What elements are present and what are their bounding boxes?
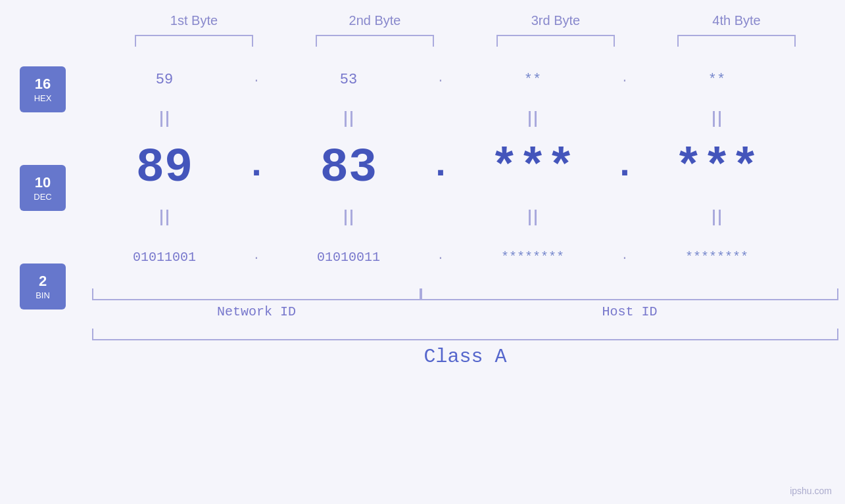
dec-b1-cell: 89: [92, 141, 237, 195]
pdiv2-3: [460, 204, 605, 231]
bin-b1-cell: 01011001: [92, 250, 237, 265]
class-bracket: [92, 329, 838, 340]
pl22: [345, 210, 352, 225]
dec-num: 10: [35, 174, 51, 191]
hex-b2-cell: 53: [276, 72, 421, 88]
bin-b3-cell: ********: [460, 250, 605, 265]
dec-sep3: .: [605, 145, 644, 192]
hex-row: 59 . 53 . ** . **: [85, 53, 845, 106]
bin-b4-cell: ********: [644, 250, 789, 265]
pl3-l2: [535, 111, 537, 127]
bin-b2-cell: 01010011: [276, 250, 421, 265]
pl23-l1: [529, 210, 531, 225]
hex-b1-value: 59: [156, 72, 173, 88]
pl23: [529, 210, 537, 225]
pl3: [529, 111, 537, 127]
pl4: [713, 111, 721, 127]
hex-b2-value: 53: [340, 72, 357, 88]
hex-b1-cell: 59: [92, 72, 237, 88]
bin-b3-value: ********: [501, 250, 564, 265]
bin-num: 2: [39, 273, 47, 290]
main-container: 1st Byte 2nd Byte 3rd Byte 4th Byte 16 H…: [0, 0, 845, 504]
bracket-2: [316, 35, 434, 47]
dec-b3-value: ***: [490, 141, 575, 195]
bin-sep3: .: [605, 249, 644, 265]
pl1: [160, 111, 168, 127]
network-id-label: Network ID: [92, 304, 421, 319]
pl21-l1: [160, 210, 162, 225]
pl21: [160, 210, 168, 225]
hex-num: 16: [35, 76, 51, 93]
pl2-l2: [350, 111, 352, 127]
pl21-l2: [166, 210, 168, 225]
pdiv2-4: [644, 204, 789, 231]
dec-b2-value: 83: [320, 141, 377, 195]
pdiv2-1: [92, 204, 237, 231]
hex-dec-divider: [85, 106, 845, 132]
pl24-l1: [713, 210, 715, 225]
bracket-row: [104, 35, 827, 47]
dec-b2-cell: 83: [276, 141, 421, 195]
byte2-header: 2nd Byte: [302, 13, 447, 28]
bracket-4: [677, 35, 796, 47]
pl24-l2: [719, 210, 721, 225]
pl23-l2: [535, 210, 537, 225]
byte3-header: 3rd Byte: [483, 13, 628, 28]
bin-b4-value: ********: [685, 250, 748, 265]
dec-base: DEC: [34, 192, 51, 202]
pl1-l2: [166, 111, 168, 127]
bin-sep2: .: [421, 249, 460, 265]
bin-base: BIN: [36, 290, 50, 300]
pl1-l1: [160, 111, 162, 127]
bin-sep1: .: [237, 249, 276, 265]
hex-b3-value: **: [524, 72, 541, 88]
byte1-header: 1st Byte: [122, 13, 266, 28]
hex-b4-value: **: [708, 72, 725, 88]
bin-b2-value: 01010011: [317, 250, 380, 265]
pl2: [345, 111, 352, 127]
dec-b4-cell: ***: [644, 141, 789, 195]
bin-badge: 2 BIN: [20, 263, 66, 309]
hex-sep2: .: [421, 72, 460, 87]
pl24: [713, 210, 721, 225]
dec-b3-cell: ***: [460, 141, 605, 195]
pdiv-2: [276, 106, 421, 132]
dec-sep1: .: [237, 145, 276, 192]
class-bracket-container: Class A: [85, 329, 845, 368]
pl4-l2: [719, 111, 721, 127]
bracket-labels: Network ID Host ID: [85, 300, 845, 319]
dec-badge: 10 DEC: [20, 165, 66, 211]
watermark: ipshu.com: [790, 486, 832, 496]
pl22-l1: [345, 210, 347, 225]
bin-row: 01011001 . 01010011 . ******** . *******…: [85, 231, 845, 283]
rows-area: 59 . 53 . ** . **: [85, 53, 845, 368]
pl3-l1: [529, 111, 531, 127]
pl2-l1: [345, 111, 347, 127]
bottom-brackets: [85, 288, 845, 300]
hex-base: HEX: [34, 93, 52, 103]
pl22-l2: [350, 210, 352, 225]
hex-badge: 16 HEX: [20, 66, 66, 112]
host-id-label: Host ID: [421, 304, 838, 319]
pdiv-4: [644, 106, 789, 132]
dec-sep2: .: [421, 145, 460, 192]
byte4-header: 4th Byte: [664, 13, 809, 28]
pdiv2-2: [276, 204, 421, 231]
hex-sep1: .: [237, 72, 276, 87]
pdiv-3: [460, 106, 605, 132]
byte-headers: 1st Byte 2nd Byte 3rd Byte 4th Byte: [104, 13, 827, 28]
hex-sep3: .: [605, 72, 644, 87]
labels-column: 16 HEX 10 DEC 2 BIN: [0, 53, 85, 309]
pl4-l1: [713, 111, 715, 127]
bin-b1-value: 01011001: [133, 250, 196, 265]
pdiv-1: [92, 106, 237, 132]
dec-b1-value: 89: [136, 141, 193, 195]
host-bracket: [421, 288, 838, 300]
class-label: Class A: [92, 346, 838, 368]
dec-row: 89 . 83 . *** . ***: [85, 132, 845, 204]
hex-b4-cell: **: [644, 72, 789, 88]
network-bracket: [92, 288, 421, 300]
dec-bin-divider: [85, 204, 845, 231]
hex-b3-cell: **: [460, 72, 605, 88]
bracket-3: [496, 35, 615, 47]
